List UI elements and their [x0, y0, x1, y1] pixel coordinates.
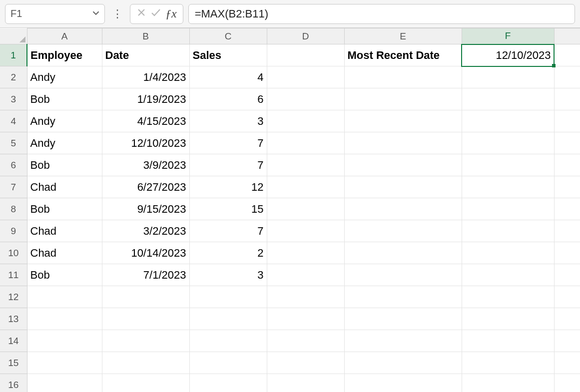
cell-D2[interactable]: [267, 66, 344, 88]
cell-B7[interactable]: 6/27/2023: [102, 176, 189, 198]
cell-F13[interactable]: [462, 308, 554, 330]
cell-B16[interactable]: [102, 374, 189, 392]
row-header-1[interactable]: 1: [0, 44, 27, 66]
spreadsheet-grid[interactable]: A B C D E F 1 Employee Date Sales Most R…: [0, 28, 580, 392]
row-header-7[interactable]: 7: [0, 176, 27, 198]
cell-B14[interactable]: [102, 330, 189, 352]
cell-A10[interactable]: Chad: [27, 242, 102, 264]
chevron-down-icon[interactable]: [92, 9, 99, 18]
row-header-2[interactable]: 2: [0, 66, 27, 88]
col-header-A[interactable]: A: [27, 28, 102, 44]
cell-C13[interactable]: [189, 308, 267, 330]
cell-A9[interactable]: Chad: [27, 220, 102, 242]
cell-D14[interactable]: [267, 330, 344, 352]
cell-E8[interactable]: [344, 198, 462, 220]
cell-F5[interactable]: [462, 132, 554, 154]
cell-F1[interactable]: 12/10/2023: [462, 44, 554, 66]
cell-B11[interactable]: 7/1/2023: [102, 264, 189, 286]
enter-check-icon[interactable]: [150, 7, 161, 20]
cell-B4[interactable]: 4/15/2023: [102, 110, 189, 132]
cell-G2[interactable]: [554, 66, 580, 88]
row-header-8[interactable]: 8: [0, 198, 27, 220]
cell-C12[interactable]: [189, 286, 267, 308]
cell-A14[interactable]: [27, 330, 102, 352]
cell-E12[interactable]: [344, 286, 462, 308]
fx-icon[interactable]: ƒx: [165, 7, 177, 20]
cell-F9[interactable]: [462, 220, 554, 242]
cell-E14[interactable]: [344, 330, 462, 352]
row-header-13[interactable]: 13: [0, 308, 27, 330]
cell-F7[interactable]: [462, 176, 554, 198]
cell-B6[interactable]: 3/9/2023: [102, 154, 189, 176]
cell-C8[interactable]: 15: [189, 198, 267, 220]
cell-A12[interactable]: [27, 286, 102, 308]
cell-C14[interactable]: [189, 330, 267, 352]
cell-D11[interactable]: [267, 264, 344, 286]
cell-E4[interactable]: [344, 110, 462, 132]
cell-A7[interactable]: Chad: [27, 176, 102, 198]
cell-C3[interactable]: 6: [189, 88, 267, 110]
cell-D10[interactable]: [267, 242, 344, 264]
cell-G9[interactable]: [554, 220, 580, 242]
cell-D13[interactable]: [267, 308, 344, 330]
col-header-C[interactable]: C: [189, 28, 267, 44]
cell-D4[interactable]: [267, 110, 344, 132]
cell-G5[interactable]: [554, 132, 580, 154]
col-header-B[interactable]: B: [102, 28, 189, 44]
cell-B8[interactable]: 9/15/2023: [102, 198, 189, 220]
cell-E9[interactable]: [344, 220, 462, 242]
formula-bar-options-icon[interactable]: ⋮: [110, 8, 125, 19]
col-header-F[interactable]: F: [462, 28, 554, 44]
cancel-icon[interactable]: [136, 7, 146, 20]
cell-A5[interactable]: Andy: [27, 132, 102, 154]
cell-A6[interactable]: Bob: [27, 154, 102, 176]
cell-D6[interactable]: [267, 154, 344, 176]
cell-A8[interactable]: Bob: [27, 198, 102, 220]
cell-G12[interactable]: [554, 286, 580, 308]
row-header-15[interactable]: 15: [0, 352, 27, 374]
cell-F12[interactable]: [462, 286, 554, 308]
cell-C15[interactable]: [189, 352, 267, 374]
cell-E2[interactable]: [344, 66, 462, 88]
cell-C16[interactable]: [189, 374, 267, 392]
cell-B13[interactable]: [102, 308, 189, 330]
name-box[interactable]: F1: [5, 4, 105, 24]
cell-F16[interactable]: [462, 374, 554, 392]
cell-C6[interactable]: 7: [189, 154, 267, 176]
cell-F3[interactable]: [462, 88, 554, 110]
cell-B2[interactable]: 1/4/2023: [102, 66, 189, 88]
row-header-11[interactable]: 11: [0, 264, 27, 286]
cell-A16[interactable]: [27, 374, 102, 392]
cell-E11[interactable]: [344, 264, 462, 286]
cell-G7[interactable]: [554, 176, 580, 198]
cell-E7[interactable]: [344, 176, 462, 198]
cell-D16[interactable]: [267, 374, 344, 392]
cell-B10[interactable]: 10/14/2023: [102, 242, 189, 264]
cell-G4[interactable]: [554, 110, 580, 132]
row-header-6[interactable]: 6: [0, 154, 27, 176]
cell-D3[interactable]: [267, 88, 344, 110]
cell-B3[interactable]: 1/19/2023: [102, 88, 189, 110]
cell-C4[interactable]: 3: [189, 110, 267, 132]
cell-E13[interactable]: [344, 308, 462, 330]
col-header-D[interactable]: D: [267, 28, 344, 44]
cell-D9[interactable]: [267, 220, 344, 242]
row-header-14[interactable]: 14: [0, 330, 27, 352]
cell-A11[interactable]: Bob: [27, 264, 102, 286]
cell-C11[interactable]: 3: [189, 264, 267, 286]
cell-F10[interactable]: [462, 242, 554, 264]
cell-C1[interactable]: Sales: [189, 44, 267, 66]
select-all-corner[interactable]: [0, 28, 27, 44]
cell-B15[interactable]: [102, 352, 189, 374]
cell-G11[interactable]: [554, 264, 580, 286]
cell-B12[interactable]: [102, 286, 189, 308]
cell-G3[interactable]: [554, 88, 580, 110]
cell-G13[interactable]: [554, 308, 580, 330]
cell-F8[interactable]: [462, 198, 554, 220]
cell-C10[interactable]: 2: [189, 242, 267, 264]
cell-A13[interactable]: [27, 308, 102, 330]
cell-D7[interactable]: [267, 176, 344, 198]
cell-D8[interactable]: [267, 198, 344, 220]
cell-B9[interactable]: 3/2/2023: [102, 220, 189, 242]
row-header-16[interactable]: 16: [0, 374, 27, 392]
